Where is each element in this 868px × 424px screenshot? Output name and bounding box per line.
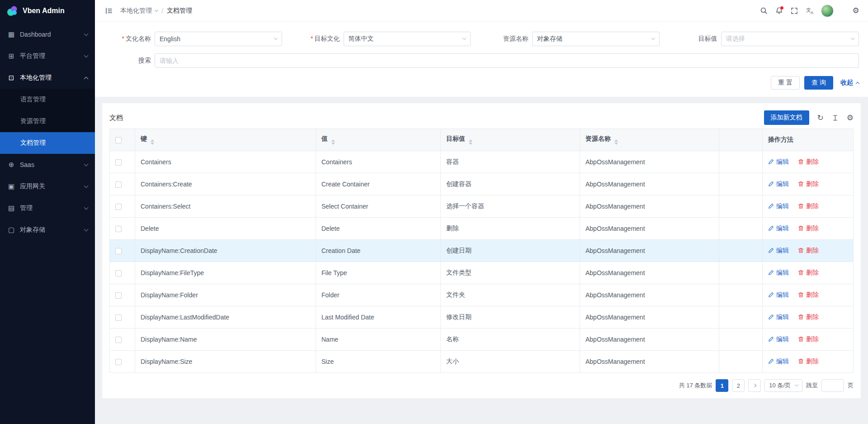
collapse-sidebar-icon[interactable] — [101, 3, 117, 19]
sort-icon[interactable] — [331, 139, 335, 145]
table-title: 文档 — [109, 114, 123, 122]
delete-button[interactable]: 删除 — [798, 335, 819, 343]
app-logo[interactable]: Vben Admin — [0, 0, 95, 22]
cell-key: DisplayName:Name — [135, 329, 316, 351]
column-header-value[interactable]: 值 — [316, 129, 441, 151]
cell-key: DisplayName:LastModifiedDate — [135, 306, 316, 329]
fullscreen-icon[interactable] — [787, 3, 802, 19]
sort-icon[interactable] — [469, 139, 472, 145]
column-header-resource[interactable]: 资源名称 — [580, 129, 719, 151]
reset-button[interactable]: 重 置 — [771, 76, 800, 90]
edit-button[interactable]: 编辑 — [768, 357, 789, 366]
search-input[interactable] — [155, 53, 859, 68]
target-culture-select[interactable]: 简体中文 — [344, 32, 471, 46]
sidebar-item-language-management[interactable]: 语言管理 — [0, 89, 95, 110]
row-checkbox[interactable] — [115, 226, 122, 232]
page-size-select[interactable]: 10 条/页 — [764, 379, 802, 392]
row-checkbox[interactable] — [115, 159, 122, 166]
refresh-icon[interactable]: ↻ — [817, 114, 824, 122]
sort-icon[interactable] — [614, 139, 618, 145]
jump-page-input[interactable] — [821, 379, 844, 392]
delete-button[interactable]: 删除 — [798, 291, 819, 299]
edit-button[interactable]: 编辑 — [768, 269, 789, 277]
delete-button[interactable]: 删除 — [798, 357, 819, 366]
table-row[interactable]: DisplayName:Size Size 大小 AbpOssManagemen… — [110, 351, 854, 373]
delete-button[interactable]: 删除 — [798, 202, 819, 210]
chevron-down-icon — [155, 8, 158, 11]
sidebar-item-document-management[interactable]: 文档管理 — [0, 132, 95, 154]
next-page-button[interactable] — [748, 379, 761, 392]
table-row-highlighted[interactable]: DisplayName:CreationDate Creation Date 创… — [110, 240, 854, 262]
select-all-checkbox[interactable] — [115, 137, 122, 143]
sidebar-item-platform[interactable]: ⊞ 平台管理 — [0, 45, 95, 67]
row-checkbox[interactable] — [115, 359, 122, 365]
row-height-icon[interactable] — [832, 114, 839, 121]
filter-panel: *文化名称 English *目标文化 简体中文 资源名称 — [95, 22, 868, 97]
table-row[interactable]: Delete Delete 删除 AbpOssManagement 编辑 删除 — [110, 218, 854, 240]
cell-value: Size — [316, 351, 441, 373]
delete-button[interactable]: 删除 — [798, 247, 819, 255]
avatar[interactable] — [821, 5, 834, 17]
table-row[interactable]: DisplayName:FileType File Type 文件类型 AbpO… — [110, 262, 854, 284]
delete-button[interactable]: 删除 — [798, 269, 819, 277]
edit-button[interactable]: 编辑 — [768, 224, 789, 233]
edit-button[interactable]: 编辑 — [768, 202, 789, 210]
table-row[interactable]: DisplayName:LastModifiedDate Last Modifi… — [110, 306, 854, 329]
column-header-key[interactable]: 键 — [135, 129, 316, 151]
edit-button[interactable]: 编辑 — [768, 313, 789, 321]
field-label: 搜索 — [104, 57, 151, 65]
edit-button[interactable]: 编辑 — [768, 180, 789, 188]
sort-icon[interactable] — [151, 139, 154, 145]
row-checkbox[interactable] — [115, 248, 122, 254]
sidebar-item-localization[interactable]: ⊡ 本地化管理 — [0, 67, 95, 89]
bell-icon[interactable] — [771, 3, 787, 19]
breadcrumb-parent[interactable]: 本地化管理 — [120, 7, 158, 15]
cell-value: Name — [316, 329, 441, 351]
sidebar-item-object-storage[interactable]: ▢ 对象存储 — [0, 219, 95, 241]
sidebar-item-dashboard[interactable]: ▦ Dashboard — [0, 24, 95, 45]
row-checkbox[interactable] — [115, 204, 122, 210]
row-checkbox[interactable] — [115, 292, 122, 299]
edit-button[interactable]: 编辑 — [768, 291, 789, 299]
sidebar-item-saas[interactable]: ⊕ Saas — [0, 154, 95, 176]
cell-resource: AbpOssManagement — [580, 306, 719, 329]
sidebar-item-management[interactable]: ▤ 管理 — [0, 197, 95, 219]
row-checkbox[interactable] — [115, 337, 122, 343]
column-header-target[interactable]: 目标值 — [441, 129, 580, 151]
culture-name-select[interactable]: English — [155, 32, 282, 46]
column-settings-icon[interactable]: ⚙ — [847, 114, 854, 122]
delete-button[interactable]: 删除 — [798, 313, 819, 321]
sidebar-item-resource-management[interactable]: 资源管理 — [0, 110, 95, 132]
add-document-button[interactable]: 添加新文档 — [764, 110, 809, 125]
row-checkbox[interactable] — [115, 270, 122, 276]
cell-value: Folder — [316, 284, 441, 306]
translate-icon[interactable]: 文 A — [802, 3, 817, 19]
edit-button[interactable]: 编辑 — [768, 247, 789, 255]
page-button-1[interactable]: 1 — [716, 379, 728, 392]
row-checkbox[interactable] — [115, 314, 122, 321]
search-icon[interactable] — [756, 3, 771, 19]
table-row[interactable]: Containers Containers 容器 AbpOssManagemen… — [110, 151, 854, 173]
gear-icon[interactable]: ⚙ — [848, 3, 863, 19]
collapse-toggle[interactable]: 收起 — [840, 79, 859, 87]
edit-button[interactable]: 编辑 — [768, 335, 789, 343]
cell-key: DisplayName:FileType — [135, 262, 316, 284]
resource-name-select[interactable]: 对象存储 — [532, 32, 660, 46]
delete-button[interactable]: 删除 — [798, 158, 819, 166]
table-row[interactable]: DisplayName:Name Name 名称 AbpOssManagemen… — [110, 329, 854, 351]
delete-button[interactable]: 删除 — [798, 180, 819, 188]
sidebar-item-gateway[interactable]: ▣ 应用网关 — [0, 176, 95, 197]
table-row[interactable]: Containers:Create Create Container 创建容器 … — [110, 173, 854, 195]
edit-button[interactable]: 编辑 — [768, 158, 789, 166]
row-checkbox[interactable] — [115, 181, 122, 188]
delete-button[interactable]: 删除 — [798, 224, 819, 233]
query-button[interactable]: 查 询 — [804, 76, 833, 90]
target-value-select[interactable]: 请选择 — [721, 32, 859, 46]
management-icon: ▤ — [7, 204, 15, 212]
cell-key: DisplayName:CreationDate — [135, 240, 316, 262]
cell-value: Create Container — [316, 173, 441, 195]
table-row[interactable]: Containers:Select Select Container 选择一个容… — [110, 195, 854, 218]
page-button-2[interactable]: 2 — [732, 379, 745, 392]
cell-empty — [719, 262, 763, 284]
table-row[interactable]: DisplayName:Folder Folder 文件夹 AbpOssMana… — [110, 284, 854, 306]
